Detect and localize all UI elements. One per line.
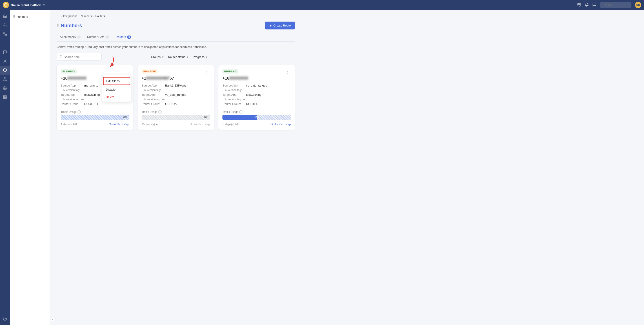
svg-rect-16 <box>6 98 6 99</box>
svg-point-6 <box>4 60 6 61</box>
card3-info-icon[interactable]: i <box>239 110 242 114</box>
card3-menu-button[interactable]: ⋮ <box>284 69 291 74</box>
card1-router-group-label: Router Group: <box>61 102 84 106</box>
card3-router-group-label: Router Group: <box>222 102 246 106</box>
dropdown-delete[interactable]: Delete <box>102 93 131 101</box>
tab-routers-label: Routers <box>116 35 126 39</box>
card1-dropdown-menu: Edit Steps Disable Delete <box>102 75 131 102</box>
card3-source-app-label: Source App: <box>222 84 246 87</box>
card3-source-version-value: — <box>243 88 246 92</box>
bell-icon[interactable] <box>585 3 589 8</box>
sidebar-item-home[interactable] <box>0 12 10 21</box>
logo-circle <box>3 2 9 8</box>
sidebar-item-messages[interactable] <box>0 48 10 57</box>
sidebar-item-calls[interactable] <box>0 30 10 39</box>
sidebar-item-people[interactable] <box>0 57 10 66</box>
card1-source-app-label: Source App: <box>61 84 84 87</box>
card1-router-group-value: DOCTEST <box>84 102 98 106</box>
comment-icon[interactable] <box>592 3 596 8</box>
card1-target-app-value: testCaching <box>84 93 100 96</box>
card1-next-step-button[interactable]: Go to Next step <box>109 122 129 126</box>
card3-source-app-value: vp_date_ranges <box>246 84 267 87</box>
svg-line-10 <box>4 78 5 80</box>
svg-point-1 <box>578 4 580 5</box>
card2-traffic-bar: 0% <box>142 115 210 120</box>
card3-status-badge: RUNNING <box>222 70 238 74</box>
tab-number-sets[interactable]: Number Sets 0 <box>84 33 112 41</box>
card2-router-group-label: Router Group: <box>142 102 165 106</box>
page-title: Numbers <box>61 23 82 28</box>
card3-traffic-bar: 50% <box>222 115 291 120</box>
card2-menu-button[interactable]: ⋮ <box>204 69 210 74</box>
tab-routers[interactable]: Routers 3 <box>112 33 134 41</box>
search-input[interactable] <box>64 55 99 59</box>
card1-target-version-label: version tag: <box>66 98 80 101</box>
router-status-filter[interactable]: Router status ▾ <box>168 55 188 59</box>
card1-status-badge: RUNNING <box>61 70 76 74</box>
progress-filter[interactable]: Progress ▾ <box>193 55 208 59</box>
card3-next-step-button[interactable]: Go to Next step <box>270 122 291 126</box>
user-avatar[interactable]: OO <box>635 2 641 8</box>
app-name: Omilia Cloud Platform <box>11 3 42 7</box>
cards-grid: RUNNING ⋮ +16XXXXXXX Source App: ms_ann_… <box>57 65 295 130</box>
card2-traffic-label: Traffic Usage i <box>142 110 210 114</box>
card2-router-group-value: OCP-QA <box>165 102 176 106</box>
search-icon <box>60 55 62 59</box>
breadcrumb: › Integrations › Numbers › Routers <box>57 14 295 18</box>
tab-all-numbers[interactable]: All Numbers 7 <box>57 33 84 41</box>
filters-row: Groups ▾ Router status ▾ Progress ▾ <box>57 53 295 61</box>
card3-target-app-value: testCaching <box>246 93 262 96</box>
groups-label: Groups <box>151 55 161 59</box>
card3-phone: +16XXXXXXX <box>222 76 291 81</box>
create-route-button[interactable]: Create Route <box>265 22 295 30</box>
dropdown-edit-steps[interactable]: Edit Steps <box>103 77 130 85</box>
topbar-search-input[interactable] <box>600 2 632 8</box>
svg-rect-13 <box>3 96 4 97</box>
svg-point-2 <box>4 24 5 25</box>
breadcrumb-current: Routers <box>95 14 105 18</box>
sidebar-item-settings[interactable] <box>0 84 10 92</box>
breadcrumb-sep3: › <box>93 14 94 18</box>
collapse-toggle[interactable]: ‹ <box>50 317 55 322</box>
page-dots-icon: ⠿ <box>57 24 59 28</box>
card3-target-app-label: Target App: <box>222 93 246 96</box>
search-box[interactable] <box>57 53 102 61</box>
home-icon[interactable] <box>57 14 60 18</box>
card2-phone: +1XXXXXXX6767 <box>142 76 210 81</box>
svg-line-20 <box>62 57 62 58</box>
card3-target-version-value: — <box>243 98 246 101</box>
sidebar-item-flows[interactable] <box>0 74 10 84</box>
svg-point-9 <box>6 80 7 81</box>
progress-chevron-icon: ▾ <box>206 55 208 59</box>
card1-target-version-value: — <box>81 98 84 101</box>
card2-source-app-label: Source App: <box>142 84 165 87</box>
create-route-label: Create Route <box>274 24 291 27</box>
card1-source-version-value: — <box>81 88 84 92</box>
dropdown-disable[interactable]: Disable <box>102 86 131 93</box>
breadcrumb-sep2: › <box>79 14 80 18</box>
sidebar-item-analytics[interactable] <box>0 39 10 48</box>
card2-status-badge: INACTIVE <box>142 70 158 74</box>
card2-source-version-value: — <box>162 88 164 92</box>
card1-info-icon[interactable]: i <box>78 110 81 114</box>
app-logo: Omilia Cloud Platform ® <box>3 2 45 8</box>
router-status-label: Router status <box>168 55 186 59</box>
card2-steps-left: 15 steps(s) left <box>142 123 159 126</box>
breadcrumb-integrations[interactable]: Integrations <box>63 14 77 18</box>
svg-point-7 <box>4 78 6 79</box>
sidebar-item-contacts[interactable] <box>0 21 10 30</box>
card2-info-icon[interactable]: i <box>158 110 162 114</box>
router-card-3: RUNNING ⋮ +16XXXXXXX Source App: vp_date… <box>218 65 295 130</box>
groups-filter[interactable]: Groups ▾ <box>151 55 164 59</box>
tab-all-numbers-label: All Numbers <box>60 35 76 39</box>
sidebar-item-apps[interactable] <box>0 92 10 102</box>
card3-router-group-value: DOCTEST <box>246 102 260 106</box>
svg-rect-15 <box>3 98 4 99</box>
breadcrumb-numbers[interactable]: Numbers <box>81 14 92 18</box>
card1-target-version-icon: ↳ <box>63 98 65 101</box>
tabs-container: All Numbers 7 Number Sets 0 Routers 3 <box>57 33 295 42</box>
sidebar-item-integrations[interactable] <box>0 66 10 74</box>
card1-menu-button[interactable]: ⋮ <box>123 69 129 74</box>
settings-icon[interactable] <box>577 3 581 8</box>
sidebar-item-help[interactable] <box>0 314 10 323</box>
